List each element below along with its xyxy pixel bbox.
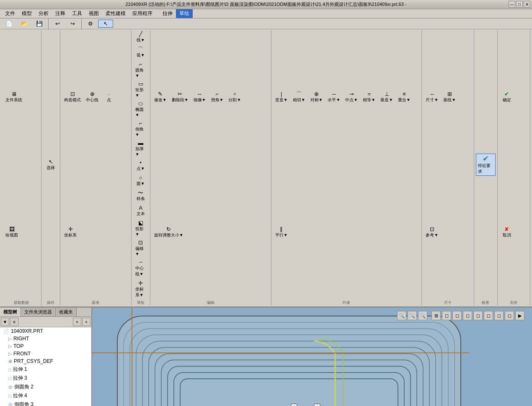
tree-item-right[interactable]: ▷ RIGHT <box>0 335 91 342</box>
view-grid-btn[interactable]: ⊞ <box>431 311 441 320</box>
tb-csys[interactable]: ✛ 坐标系 <box>62 225 79 239</box>
menu-extrude[interactable]: 拉伸 <box>159 9 176 18</box>
view-more[interactable]: ▶ <box>515 311 524 320</box>
tb-horizontal[interactable]: ─水平▼ <box>325 90 342 104</box>
menu-view[interactable]: 视图 <box>85 9 102 18</box>
tb-arc[interactable]: ⌒弧▼ <box>133 45 148 59</box>
sidebar-close-btn[interactable]: × <box>73 318 81 326</box>
tb-tangent[interactable]: ⌒相切▼ <box>291 90 307 104</box>
model-tree: 📄 10409XR.PRT ▷ RIGHT ▷ TOP ▷ FRONT ⊕ <box>0 327 91 406</box>
tb-settings[interactable]: ⚙ <box>83 20 98 28</box>
close-btn[interactable]: ✕ <box>524 1 530 8</box>
menu-model[interactable]: 模型 <box>18 9 35 18</box>
menu-analysis[interactable]: 分析 <box>35 9 52 18</box>
tb-baseline[interactable]: ⊞基线▼ <box>441 90 458 104</box>
tb-cline[interactable]: ┄中心线▼ <box>133 258 148 278</box>
view-orient2[interactable]: ◻ <box>452 311 462 320</box>
tb-parallel[interactable]: ∥平行▼ <box>273 225 290 239</box>
tb-ok[interactable]: ✔ 确定 <box>499 90 514 104</box>
tb-dimension[interactable]: ↔尺寸▼ <box>424 90 440 104</box>
sidebar-add-btn[interactable]: + <box>82 318 90 326</box>
tb-equal[interactable]: =相等▼ <box>361 90 377 104</box>
tb-project[interactable]: ⬕投影▼ <box>133 219 148 238</box>
zoom-out-btn[interactable]: 🔍 <box>408 311 417 320</box>
tb-feature-req[interactable]: ✔ 特征要求 <box>476 154 496 176</box>
tb-perpendicular[interactable]: ⊥垂直▼ <box>378 90 395 104</box>
sidebar-tab-model[interactable]: 模型树 <box>0 308 21 316</box>
tree-item-csys[interactable]: ⊕ PRT_CSYS_DEF <box>0 357 91 365</box>
tree-item-extrude4[interactable]: □ 拉伸 4 <box>0 391 91 400</box>
tb-rotate-resize[interactable]: ↻旋转调整大小▼ <box>152 225 186 239</box>
toolbar-section-close: ✔ 确定 ✘ 取消 关闭 <box>498 30 530 306</box>
tb-save[interactable]: 💾 <box>32 20 47 28</box>
tb-spline[interactable]: 〜样条 <box>133 189 148 203</box>
sidebar-settings-btn[interactable]: ▼ <box>1 318 9 326</box>
minimize-btn[interactable]: — <box>509 1 515 8</box>
tb-mirror[interactable]: ↔镜像▼ <box>191 90 208 104</box>
view-orient6[interactable]: ◻ <box>494 311 504 320</box>
tb-drawview[interactable]: 🖼 绘视图 <box>3 225 20 239</box>
main-area: 模型树 文件夹浏览器 收藏夹 ▼ ≡ × + 📄 10409XR.PRT ▷ R… <box>0 308 532 406</box>
sidebar: 模型树 文件夹浏览器 收藏夹 ▼ ≡ × + 📄 10409XR.PRT ▷ R… <box>0 308 92 406</box>
tb-centerline-datum[interactable]: ⊕ 中心线 <box>84 90 101 104</box>
tb-modify[interactable]: ✎修改▼ <box>152 90 169 104</box>
tree-item-root[interactable]: 📄 10409XR.PRT <box>0 327 91 335</box>
tb-open[interactable]: 📂 <box>17 20 32 28</box>
tree-item-round2[interactable]: ◎ 倒圆角 2 <box>0 383 91 391</box>
tree-item-extrude1[interactable]: □ 拉伸 1 <box>0 365 91 374</box>
tb-reference[interactable]: ⊡参考▼ <box>424 225 440 239</box>
tb-point[interactable]: · 点 <box>101 90 116 104</box>
tb-filesystem[interactable]: 🖥 文件系统 <box>3 90 24 104</box>
tb-corner[interactable]: ⌐拐角▼ <box>209 90 226 104</box>
tree-item-extrude3[interactable]: □ 拉伸 3 <box>0 374 91 383</box>
tb-cancel[interactable]: ✘ 取消 <box>499 225 514 239</box>
menu-sketch[interactable]: 草绘 <box>176 9 193 18</box>
tb-undo[interactable]: ↩ <box>50 20 65 28</box>
maximize-btn[interactable]: □ <box>516 1 523 8</box>
tb-thicken[interactable]: ▬加厚▼ <box>133 139 148 158</box>
tb-symmetric[interactable]: ⊕对称▼ <box>308 90 325 104</box>
menu-annotation[interactable]: 注释 <box>52 9 69 18</box>
tb-rect[interactable]: ▭矩形▼ <box>133 80 148 99</box>
sidebar-tab-folder[interactable]: 文件夹浏览器 <box>21 308 56 316</box>
menu-file[interactable]: 文件 <box>2 9 18 18</box>
menu-flexible[interactable]: 柔性建模 <box>102 9 129 18</box>
view-orient1[interactable]: ◻ <box>442 311 451 320</box>
tb-midpoint[interactable]: ⊸中点▼ <box>343 90 360 104</box>
tb-vertical[interactable]: |坚直▼ <box>273 90 290 104</box>
menu-app[interactable]: 应用程序 <box>129 9 156 18</box>
tb-text[interactable]: A文本 <box>133 204 148 218</box>
view-orient7[interactable]: ◻ <box>505 311 514 320</box>
tb-construct[interactable]: ⊡ 构造模式 <box>62 90 83 104</box>
tb-offset[interactable]: ⊡偏移▼ <box>133 239 148 257</box>
tb-chamfer[interactable]: ⌐倒角▼ <box>133 119 148 138</box>
menubar: 文件 模型 分析 注释 工具 视图 柔性建模 应用程序 拉伸 草绘 <box>0 9 532 18</box>
tb-select[interactable]: ↖ <box>98 20 113 28</box>
tb-divide[interactable]: ÷分割▼ <box>226 90 243 104</box>
view-orient5[interactable]: ◻ <box>484 311 493 320</box>
tb-ellipse[interactable]: ⬭椭圆▼ <box>133 100 148 118</box>
menu-tools[interactable]: 工具 <box>69 9 85 18</box>
toolbar-section-edit: ✎修改▼ ✂删除段▼ ↔镜像▼ ⌐拐角▼ ÷分割▼ ↻旋转调整大小▼ 编辑 <box>150 30 271 306</box>
zoom-fit-btn[interactable]: 🔍 <box>418 311 427 320</box>
tree-item-top[interactable]: ▷ TOP <box>0 342 91 350</box>
tree-item-front[interactable]: ▷ FRONT <box>0 350 91 357</box>
view-orient3[interactable]: ◻ <box>463 311 472 320</box>
sidebar-list-btn[interactable]: ≡ <box>10 318 18 326</box>
tb-new[interactable]: 📄 <box>2 20 17 28</box>
tb-coincident[interactable]: ≡重合▼ <box>396 90 413 104</box>
viewport[interactable]: 🔒 ✓ ✓ ✓ 🔍 🔍 🔍 <box>92 308 532 406</box>
zoom-in-btn[interactable]: 🔍 <box>397 311 406 320</box>
tb-csys-sk[interactable]: ✛坐标系▼ <box>133 279 148 299</box>
view-orient4[interactable]: ◻ <box>473 311 483 320</box>
tb-line[interactable]: ╱线▼ <box>133 30 148 44</box>
tb-skpt[interactable]: •点▼ <box>133 159 148 173</box>
tb-delseg[interactable]: ✂删除段▼ <box>170 90 191 104</box>
sidebar-tab-favorites[interactable]: 收藏夹 <box>56 308 77 316</box>
tb-redo[interactable]: ↪ <box>65 20 80 28</box>
tree-item-round3[interactable]: ◎ 倒圆角 3 <box>0 400 91 406</box>
cad-canvas: 🔒 ✓ ✓ ✓ <box>92 308 532 406</box>
tb-select-tool[interactable]: ↖ 选择 <box>43 158 58 172</box>
tb-fillet[interactable]: ⌐圆角▼ <box>133 60 148 79</box>
tb-circle[interactable]: ○圆▼ <box>133 174 148 188</box>
